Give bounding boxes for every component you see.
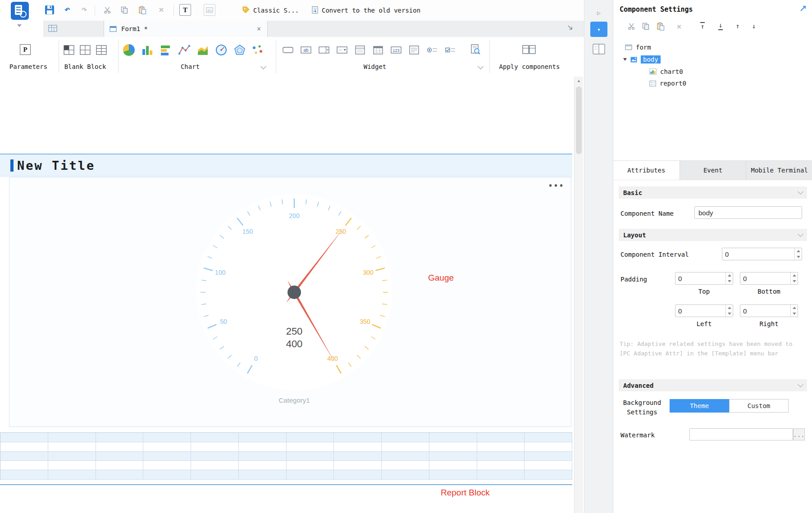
report-cell[interactable] (191, 433, 239, 442)
move-down-icon[interactable]: ↓ (749, 21, 758, 31)
background-theme-button[interactable]: Theme (670, 399, 729, 413)
scatter-chart-icon[interactable] (251, 44, 264, 56)
padding-bottom-stepper[interactable] (740, 272, 798, 285)
report-cell[interactable] (287, 461, 334, 470)
background-custom-button[interactable]: Custom (729, 399, 789, 413)
section-basic-chevron-icon[interactable] (798, 189, 803, 195)
report-cell[interactable] (239, 433, 287, 442)
scrollbar-thumb[interactable] (576, 86, 582, 154)
panel-widget-icon[interactable] (354, 44, 366, 56)
radar-chart-icon[interactable] (233, 44, 246, 56)
template-list-icon[interactable] (48, 24, 58, 33)
paste-icon[interactable] (137, 4, 148, 16)
text-tool-icon[interactable]: T (179, 4, 191, 16)
report-cell[interactable] (96, 461, 144, 470)
padding-right-stepper[interactable] (740, 304, 798, 317)
tree-expander-icon[interactable] (623, 58, 627, 61)
stepper-up-icon[interactable] (791, 272, 798, 278)
section-advanced-chevron-icon[interactable] (798, 381, 803, 387)
padding-top-input[interactable] (675, 272, 725, 284)
report-cell[interactable] (191, 442, 239, 452)
panel-copy-icon[interactable] (641, 22, 650, 31)
move-up-icon[interactable]: ↑ (733, 21, 742, 31)
number-widget-icon[interactable]: 123 (390, 44, 402, 56)
stepper-down-icon[interactable] (795, 254, 802, 260)
report-cell[interactable] (0, 470, 48, 480)
report-cell[interactable] (287, 433, 334, 442)
report-cell[interactable] (96, 433, 144, 442)
blank-block-rows-icon[interactable] (96, 44, 107, 56)
delete-icon[interactable]: × (156, 4, 167, 15)
combobox-widget-icon[interactable] (318, 44, 330, 56)
redo-icon[interactable]: ↷ (78, 4, 90, 15)
report-cell[interactable] (382, 461, 429, 470)
section-layout[interactable]: Layout (619, 229, 807, 241)
padding-bottom-input[interactable] (740, 272, 790, 284)
component-interval-input[interactable] (722, 248, 794, 260)
report-cell[interactable] (525, 442, 572, 452)
report-cell[interactable] (143, 442, 191, 452)
report-cell[interactable] (382, 452, 429, 461)
report-cell[interactable] (429, 470, 477, 480)
report-cell[interactable] (334, 442, 382, 452)
tree-item-report0[interactable]: report0 (649, 77, 686, 89)
classic-skin-icon[interactable] (242, 5, 251, 15)
watermark-more-button[interactable]: ... (793, 428, 805, 440)
scrollbar-up-arrow-icon[interactable]: ▲ (575, 78, 583, 83)
section-basic[interactable]: Basic (619, 186, 807, 199)
layout-columns-icon[interactable] (592, 43, 606, 55)
report-cell[interactable] (96, 470, 144, 480)
blank-block-filled-icon[interactable] (63, 44, 75, 56)
section-advanced[interactable]: Advanced (619, 379, 807, 391)
gauge-chart-block[interactable]: 050100150200250300350400250400Category1 … (9, 177, 571, 427)
undo-icon[interactable]: ↶ (61, 4, 73, 15)
report-cell[interactable] (191, 461, 239, 470)
stepper-up-icon[interactable] (726, 305, 733, 311)
report-cell[interactable] (429, 442, 477, 452)
report-cell[interactable] (0, 442, 48, 452)
report-cell[interactable] (48, 433, 96, 442)
tree-item-form[interactable]: form (625, 41, 651, 53)
watermark-input[interactable] (689, 428, 793, 440)
canvas-scrollbar[interactable]: ▲ (574, 77, 583, 513)
report-cell[interactable] (48, 442, 96, 452)
bar-chart-icon[interactable] (141, 44, 154, 56)
move-to-top-icon[interactable]: ↑ (698, 21, 707, 31)
apply-components-icon[interactable] (522, 44, 536, 55)
report-cell[interactable] (429, 452, 477, 461)
report-cell[interactable] (382, 442, 429, 452)
report-cell[interactable] (0, 452, 48, 461)
tree-item-body[interactable]: body (623, 54, 661, 65)
report-cell[interactable] (143, 470, 191, 480)
gauge-chart-icon[interactable] (215, 44, 228, 56)
component-name-input[interactable] (694, 206, 802, 219)
padding-left-stepper[interactable] (675, 304, 733, 317)
report-cell[interactable] (0, 433, 48, 442)
panel-paste-icon[interactable] (656, 21, 665, 31)
report-cell[interactable] (287, 442, 334, 452)
report-cell[interactable] (191, 452, 239, 461)
undock-panel-icon[interactable] (799, 5, 807, 13)
report-cell[interactable] (143, 433, 191, 442)
pie-chart-icon[interactable] (123, 44, 135, 56)
report-cell[interactable] (477, 461, 525, 470)
component-interval-stepper[interactable] (722, 248, 802, 260)
calendar-widget-icon[interactable] (372, 44, 384, 56)
report-cell[interactable] (334, 470, 382, 480)
report-cell[interactable] (287, 470, 334, 480)
form-title-block[interactable]: New Title (0, 154, 572, 177)
report-cell[interactable] (382, 470, 429, 480)
radio-widget-icon[interactable] (426, 44, 438, 56)
stepper-down-icon[interactable] (791, 311, 798, 317)
report-cell[interactable] (143, 461, 191, 470)
button-widget-icon[interactable] (282, 44, 294, 56)
report-cell[interactable] (334, 461, 382, 470)
tree-item-chart0[interactable]: chart0 (649, 66, 683, 77)
blank-block-grid-icon[interactable] (79, 44, 91, 56)
move-to-bottom-icon[interactable]: ↓ (716, 21, 725, 31)
report-cell[interactable] (0, 461, 48, 470)
report-cell[interactable] (477, 433, 525, 442)
report-cell[interactable] (334, 452, 382, 461)
convert-old-version-button[interactable]: Convert to the old version (322, 7, 420, 14)
copy-icon[interactable] (119, 5, 130, 15)
